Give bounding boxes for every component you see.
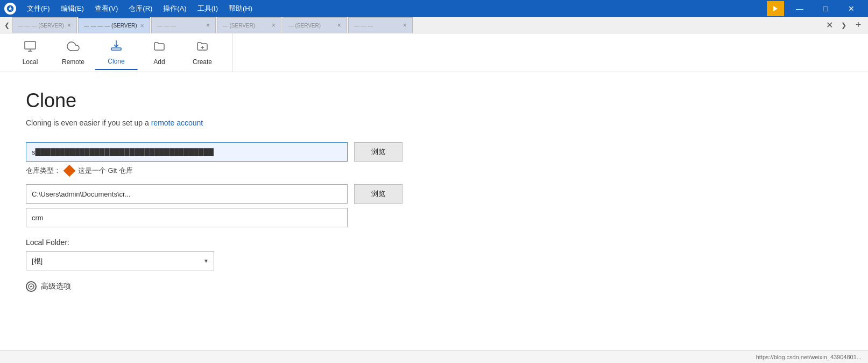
local-label: Local	[23, 58, 38, 66]
tab-close-2[interactable]: ×	[140, 22, 144, 30]
status-url: https://blog.csdn.net/weixin_43904801...	[756, 354, 862, 360]
subtitle-text: Cloning is even easier if you set up a	[26, 118, 149, 127]
clone-label: Clone	[108, 58, 124, 65]
toolbar-section-main: Local Remote Clone Add Create	[0, 33, 233, 72]
repo-tab-3[interactable]: — — — ×	[151, 17, 216, 33]
status-bar: https://blog.csdn.net/weixin_43904801...	[0, 350, 868, 363]
url-input-row: 浏览	[26, 142, 842, 162]
menu-edit[interactable]: 编辑(E)	[57, 2, 88, 16]
path-input-row: 浏览	[26, 184, 842, 204]
menu-action[interactable]: 操作(A)	[159, 2, 190, 16]
clone-icon	[110, 39, 123, 55]
menu-bar: 文件(F) 编辑(E) 查看(V) 仓库(R) 操作(A) 工具(I) 帮助(H…	[23, 2, 257, 16]
menu-repo[interactable]: 仓库(R)	[124, 2, 157, 16]
url-input-wrapper	[26, 142, 348, 162]
page-title: Clone	[26, 89, 842, 112]
toolbar-create-btn[interactable]: Create	[181, 36, 224, 70]
title-bar-left: 文件(F) 编辑(E) 查看(V) 仓库(R) 操作(A) 工具(I) 帮助(H…	[4, 2, 257, 16]
browse-button-1[interactable]: 浏览	[354, 142, 403, 162]
close-button[interactable]: ✕	[839, 0, 864, 17]
tabs-nav-left[interactable]: ❮	[2, 17, 12, 33]
create-label: Create	[193, 58, 212, 66]
menu-view[interactable]: 查看(V)	[90, 2, 122, 16]
menu-file[interactable]: 文件(F)	[23, 2, 54, 16]
local-folder-label: Local Folder:	[26, 238, 842, 247]
advanced-icon	[26, 281, 37, 292]
path-input[interactable]	[26, 184, 348, 204]
tab-close-4[interactable]: ×	[272, 22, 276, 29]
subtitle: Cloning is even easier if you set up a r…	[26, 118, 842, 127]
tab-close-6[interactable]: ×	[403, 22, 407, 29]
window-controls: — □ ✕	[767, 0, 864, 17]
cloud-icon	[67, 40, 80, 56]
toolbar: Local Remote Clone Add Create	[0, 33, 868, 72]
repo-tab-1[interactable]: — — — (SERVER) ×	[12, 17, 77, 33]
name-input[interactable]	[26, 208, 348, 227]
local-folder-select-wrapper: [根]	[26, 251, 214, 270]
advanced-label: 高级选项	[41, 282, 71, 291]
tab-close-1[interactable]: ×	[67, 22, 71, 29]
title-bar: 文件(F) 编辑(E) 查看(V) 仓库(R) 操作(A) 工具(I) 帮助(H…	[0, 0, 868, 17]
main-content: Clone Cloning is even easier if you set …	[0, 72, 868, 320]
repo-tab-6[interactable]: — — — ×	[348, 17, 413, 33]
remote-account-link[interactable]: remote account	[151, 118, 203, 127]
svg-rect-3	[25, 41, 36, 49]
repo-type-label: 仓库类型：	[26, 166, 61, 176]
monitor-icon	[24, 40, 37, 56]
browse-button-2[interactable]: 浏览	[354, 184, 403, 204]
record-button[interactable]	[767, 1, 784, 16]
tab-close-3[interactable]: ×	[206, 22, 210, 29]
maximize-button[interactable]: □	[813, 0, 838, 17]
menu-tools[interactable]: 工具(I)	[193, 2, 222, 16]
repo-tabs-scroll: — — — (SERVER) × — — — — (SERVER) × — — …	[12, 17, 822, 33]
name-input-row	[26, 208, 842, 234]
svg-marker-2	[773, 6, 778, 11]
tab-close-5[interactable]: ×	[337, 22, 341, 29]
toolbar-add-btn[interactable]: Add	[138, 36, 181, 70]
repo-type-info: 仓库类型： 这是一个 Git 仓库	[26, 166, 842, 176]
url-input[interactable]	[26, 142, 348, 162]
local-folder-section: Local Folder: [根]	[26, 238, 842, 270]
menu-help[interactable]: 帮助(H)	[224, 2, 257, 16]
repo-tab-2[interactable]: — — — — (SERVER) ×	[78, 17, 150, 33]
git-label: 这是一个 Git 仓库	[78, 166, 133, 176]
repo-tab-5[interactable]: — (SERVER) ×	[283, 17, 347, 33]
add-tab-button[interactable]: +	[851, 19, 866, 31]
svg-rect-6	[111, 48, 121, 50]
repo-tab-4[interactable]: — (SERVER) ×	[217, 17, 281, 33]
add-label: Add	[153, 58, 165, 66]
folder-icon	[153, 40, 166, 56]
git-diamond-icon	[63, 165, 76, 177]
close-all-tabs[interactable]: ✕	[822, 18, 837, 33]
toolbar-local-btn[interactable]: Local	[9, 36, 52, 70]
toolbar-clone-btn[interactable]: Clone	[95, 36, 138, 70]
toolbar-remote-btn[interactable]: Remote	[52, 36, 95, 70]
repo-tabs-bar: ❮ — — — (SERVER) × — — — — (SERVER) × — …	[0, 17, 868, 33]
remote-label: Remote	[62, 58, 84, 66]
tabs-nav-right[interactable]: ❯	[839, 22, 849, 29]
advanced-options[interactable]: 高级选项	[26, 281, 842, 292]
minimize-button[interactable]: —	[787, 0, 812, 17]
app-logo	[4, 3, 16, 15]
create-icon	[196, 40, 209, 56]
local-folder-select[interactable]: [根]	[26, 251, 214, 270]
